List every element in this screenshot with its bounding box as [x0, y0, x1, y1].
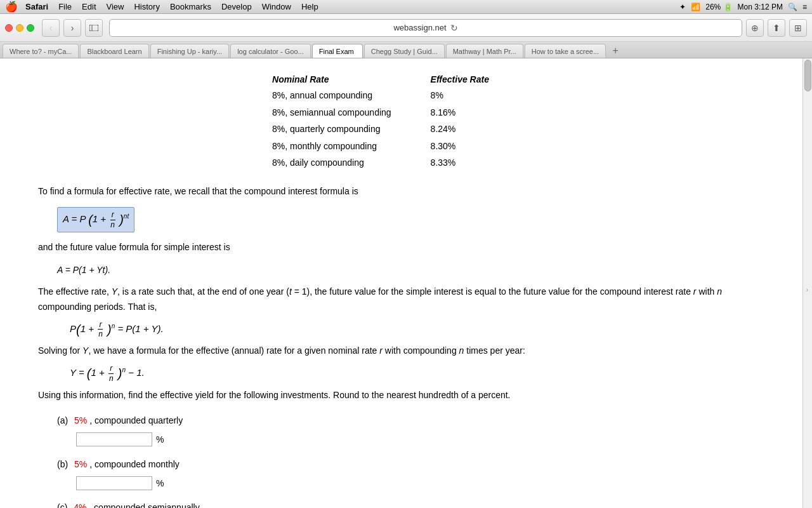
effective-rate-cell: 8.16%: [393, 105, 540, 120]
compound-formula: A = P (1 + r n )nt: [57, 207, 134, 232]
back-button[interactable]: ‹: [42, 19, 60, 37]
nominal-rate-cell: 8%, monthly compounding: [272, 138, 391, 154]
nominal-rate-cell: 8%, semiannual compounding: [272, 105, 391, 120]
table-row: 8%, monthly compounding8.30%: [272, 138, 540, 154]
page-content: Nominal Rate Effective Rate 8%, annual c…: [0, 58, 812, 508]
downloads-button[interactable]: ⊕: [746, 19, 764, 37]
menu-edit[interactable]: Edit: [82, 2, 96, 11]
equality-formula: P(1 + r n )n = P(1 + Y).: [70, 320, 774, 339]
address-bar[interactable]: webassign.net ↻: [109, 19, 742, 37]
part-b-input-row: %: [76, 476, 774, 490]
part-c: (c) 4% , compounded semiannually: [57, 500, 774, 508]
menu-file[interactable]: File: [58, 2, 72, 11]
part-a-desc: , compounded quarterly: [89, 415, 183, 425]
list-icon[interactable]: ≡: [802, 3, 807, 11]
svg-rect-0: [89, 25, 98, 31]
compound-formula-block: A = P (1 + r n )nt: [57, 207, 774, 232]
part-b-desc: , compounded monthly: [89, 459, 180, 469]
question-paragraph: Using this information, find the effecti…: [38, 388, 774, 403]
effective-rate-cell: 8%: [393, 88, 540, 103]
forward-button[interactable]: ›: [63, 19, 81, 37]
menu-history[interactable]: History: [134, 2, 159, 11]
nominal-rate-cell: 8%, annual compounding: [272, 88, 391, 103]
tab-5[interactable]: Chegg Study | Guid...: [364, 44, 445, 58]
tab-3[interactable]: log calculator - Goo...: [230, 44, 311, 58]
menu-develop[interactable]: Develop: [221, 2, 252, 11]
wifi-icon[interactable]: 📶: [691, 3, 700, 11]
simple-formula-block: A = P(1 + Yt).: [57, 263, 774, 277]
part-a: (a) 5% , compounded quarterly: [57, 413, 774, 427]
intro-paragraph: To find a formula for effective rate, we…: [38, 184, 774, 199]
y-formula: Y = (1 + r n )n − 1.: [70, 364, 774, 383]
tab-2[interactable]: Finishing Up - kariy...: [150, 44, 230, 58]
tab-7[interactable]: How to take a scree...: [525, 44, 606, 58]
part-b-label: (b): [57, 459, 68, 469]
url-text: webassign.net: [393, 23, 446, 32]
nominal-rate-cell: 8%, daily compounding: [272, 155, 391, 170]
part-b: (b) 5% , compounded monthly: [57, 457, 774, 471]
clock: Mon 3:12 PM: [738, 3, 783, 11]
browser-toolbar: ‹ › webassign.net ↻ ⊕ ⬆ ⊞: [0, 14, 812, 42]
part-c-rate: 4%: [74, 502, 86, 508]
part-a-percent: %: [156, 432, 164, 446]
close-window-btn[interactable]: [5, 24, 13, 32]
menu-help[interactable]: Help: [301, 2, 318, 11]
bluetooth-icon[interactable]: ✦: [679, 3, 686, 11]
table-row: 8%, daily compounding8.33%: [272, 155, 540, 170]
and-text: and the future value formula for simple …: [38, 240, 774, 255]
part-c-label: (c): [57, 502, 67, 508]
reload-button[interactable]: ↻: [450, 23, 458, 33]
minimize-window-btn[interactable]: [16, 24, 23, 32]
new-tab-plus[interactable]: +: [608, 44, 622, 58]
table-row: 8%, quarterly compounding8.24%: [272, 121, 540, 137]
menu-view[interactable]: View: [107, 2, 124, 11]
nominal-rate-cell: 8%, quarterly compounding: [272, 121, 391, 137]
battery-indicator: 26% 🔋: [705, 3, 732, 11]
scrollbar-track[interactable]: ›: [802, 58, 812, 508]
apple-menu[interactable]: 🍎: [5, 1, 18, 13]
scrollbar-thumb[interactable]: [804, 60, 811, 91]
effective-rate-cell: 8.24%: [393, 121, 540, 137]
tab-0[interactable]: Where to? - myCa...: [3, 44, 79, 58]
effective-rate-paragraph: The effective rate, Y, is a rate such th…: [38, 284, 774, 315]
part-a-label: (a): [57, 415, 68, 425]
table-header-effective: Effective Rate: [393, 72, 540, 86]
scroll-handle[interactable]: ›: [802, 283, 812, 296]
effective-rate-cell: 8.33%: [393, 155, 540, 170]
tab-overview-button[interactable]: [85, 19, 103, 37]
part-b-input[interactable]: [76, 476, 152, 490]
tabs-bar: Where to? - myCa... Blackboard Learn Fin…: [0, 42, 812, 58]
table-header-nominal: Nominal Rate: [272, 72, 391, 86]
maximize-window-btn[interactable]: [27, 24, 34, 32]
search-icon[interactable]: 🔍: [788, 3, 797, 11]
menu-safari[interactable]: Safari: [25, 2, 48, 11]
solving-paragraph: Solving for Y, we have a formula for the…: [38, 344, 774, 359]
new-tab-button[interactable]: ⊞: [789, 19, 807, 37]
menubar: 🍎 Safari File Edit View History Bookmark…: [0, 0, 812, 14]
menu-window[interactable]: Window: [262, 2, 291, 11]
tab-4-final-exam[interactable]: Final Exam: [312, 44, 363, 58]
part-a-input-row: %: [76, 432, 774, 446]
part-b-percent: %: [156, 476, 164, 490]
part-b-rate: 5%: [74, 459, 87, 469]
table-row: 8%, semiannual compounding8.16%: [272, 105, 540, 120]
part-a-rate: 5%: [74, 415, 87, 425]
tab-6[interactable]: Mathway | Math Pr...: [446, 44, 523, 58]
tab-1[interactable]: Blackboard Learn: [80, 44, 148, 58]
part-a-input[interactable]: [76, 432, 152, 446]
rate-table: Nominal Rate Effective Rate 8%, annual c…: [271, 71, 541, 171]
table-row: 8%, annual compounding8%: [272, 88, 540, 103]
effective-rate-cell: 8.30%: [393, 138, 540, 154]
share-button[interactable]: ⬆: [768, 19, 785, 37]
part-c-desc: , compounded semiannually: [89, 502, 199, 508]
menu-bookmarks[interactable]: Bookmarks: [170, 2, 211, 11]
